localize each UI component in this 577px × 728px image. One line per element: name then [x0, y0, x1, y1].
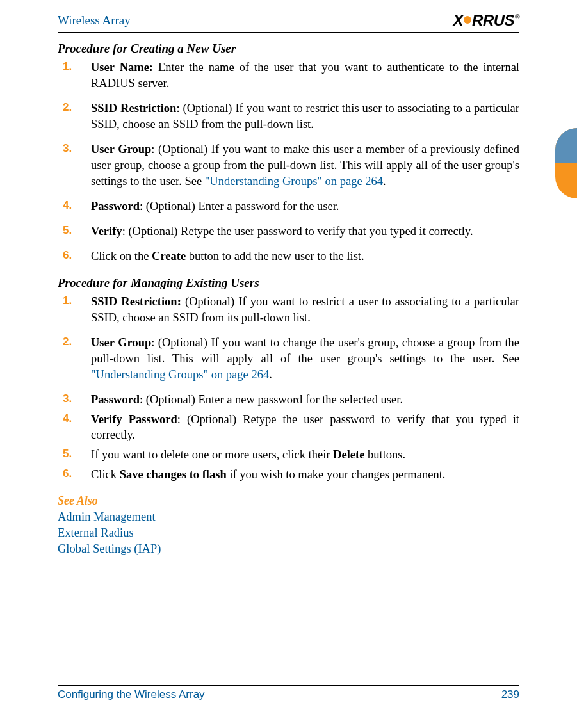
logo-text-right: RRUS [472, 12, 514, 29]
step-item: 6. Click on the Create button to add the… [58, 248, 519, 264]
step-label: SSID Restriction [91, 102, 176, 115]
step-label: Verify Password [91, 413, 177, 426]
step-item: 1. SSID Restriction: (Optional) If you w… [58, 294, 519, 326]
step-number: 4. [63, 412, 72, 426]
step-text-after: . [383, 175, 386, 188]
section-heading-create: Procedure for Creating a New User [58, 42, 519, 56]
step-label: SSID Restriction: [91, 295, 181, 308]
step-prefix: If you want to delete one or more users,… [91, 448, 333, 461]
step-prefix: Click on the [91, 250, 152, 263]
step-prefix: Click [91, 468, 120, 481]
step-number: 1. [63, 60, 72, 74]
see-also-link[interactable]: Admin Management [58, 509, 519, 525]
step-text: buttons. [364, 448, 405, 461]
step-item: 2. User Group: (Optional) If you want to… [58, 335, 519, 383]
step-label: User Name: [91, 61, 153, 74]
step-number: 5. [63, 223, 72, 238]
step-text: Enter the name of the user that you want… [91, 61, 519, 90]
step-item: 3. Password: (Optional) Enter a new pass… [58, 392, 519, 408]
step-item: 5. If you want to delete one or more use… [58, 447, 519, 463]
section-heading-manage: Procedure for Managing Existing Users [58, 276, 519, 290]
cross-reference-link[interactable]: "Understanding Groups" on page 264 [205, 175, 383, 188]
see-also-link[interactable]: External Radius [58, 525, 519, 541]
header-rule [58, 32, 519, 33]
brand-logo: XRRUS® [453, 12, 519, 29]
see-also-heading: See Also [58, 494, 519, 508]
page-footer: Configuring the Wireless Array 239 [58, 685, 519, 701]
step-label: Password [91, 393, 140, 406]
step-bold-mid: Create [152, 250, 186, 263]
step-text: : (Optional) Retype the user password to… [122, 225, 473, 238]
step-number: 1. [63, 294, 72, 309]
step-number: 3. [63, 392, 72, 407]
step-item: 4. Password: (Optional) Enter a password… [58, 198, 519, 214]
step-bold-mid: Save changes to flash [120, 468, 227, 481]
step-number: 2. [63, 335, 72, 350]
step-label: Verify [91, 225, 122, 238]
page-header: Wireless Array XRRUS® [58, 12, 519, 31]
footer-chapter-title: Configuring the Wireless Array [58, 688, 205, 701]
thumb-tab-icon [555, 128, 577, 198]
cross-reference-link[interactable]: "Understanding Groups" on page 264 [91, 368, 269, 381]
steps-list-create: 1. User Name: Enter the name of the user… [58, 60, 519, 264]
step-label: User Group [91, 143, 151, 156]
step-label: Password [91, 200, 140, 213]
step-text: : (Optional) Enter a new password for th… [140, 393, 403, 406]
step-number: 2. [63, 101, 72, 115]
step-number: 6. [63, 248, 72, 263]
step-item: 3. User Group: (Optional) If you want to… [58, 142, 519, 190]
step-number: 5. [63, 447, 72, 462]
see-also-links: Admin Management External Radius Global … [58, 509, 519, 557]
footer-rule [58, 685, 519, 686]
running-title: Wireless Array [58, 13, 131, 28]
step-text: : (Optional) If you want to change the u… [91, 336, 519, 365]
logo-text-left: X [453, 12, 464, 29]
step-number: 4. [63, 198, 72, 213]
step-item: 6. Click Save changes to flash if you wi… [58, 467, 519, 483]
page-container: Wireless Array XRRUS® Procedure for Crea… [0, 0, 577, 557]
step-label: User Group [91, 336, 151, 349]
see-also-link[interactable]: Global Settings (IAP) [58, 541, 519, 557]
logo-dot-icon [464, 16, 471, 24]
steps-list-manage: 1. SSID Restriction: (Optional) If you w… [58, 294, 519, 483]
step-item: 2. SSID Restriction: (Optional) If you w… [58, 101, 519, 133]
step-text: : (Optional) Enter a password for the us… [140, 200, 339, 213]
footer-page-number: 239 [501, 688, 519, 701]
registered-mark-icon: ® [515, 13, 520, 20]
step-text: if you wish to make your changes permane… [227, 468, 446, 481]
step-item: 1. User Name: Enter the name of the user… [58, 60, 519, 92]
step-number: 6. [63, 467, 72, 481]
step-item: 4. Verify Password: (Optional) Retype th… [58, 412, 519, 444]
step-text: button to add the new user to the list. [186, 250, 364, 263]
step-bold-mid: Delete [333, 448, 364, 461]
step-item: 5. Verify: (Optional) Retype the user pa… [58, 223, 519, 239]
step-number: 3. [63, 142, 72, 156]
step-text-after: . [269, 368, 272, 381]
